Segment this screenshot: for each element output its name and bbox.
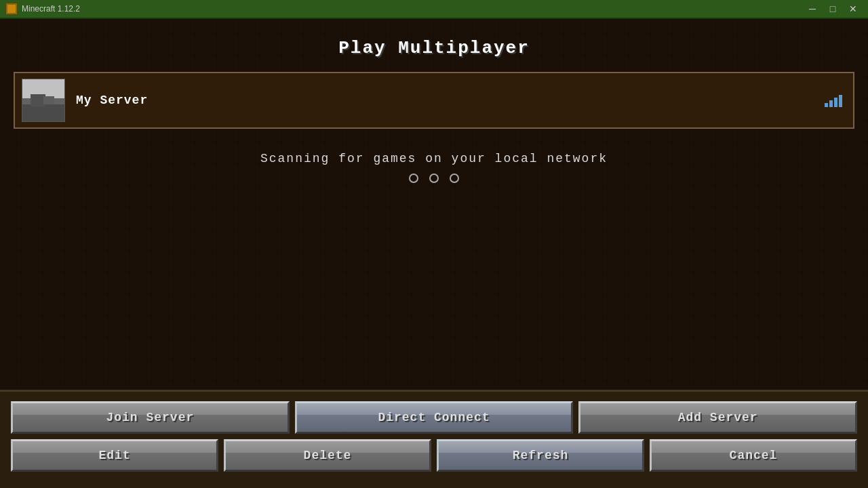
signal-icon <box>825 94 842 107</box>
scanning-text: Scanning for games on your local network <box>14 152 854 165</box>
dot-3 <box>450 174 459 183</box>
signal-bar-3 <box>834 98 837 107</box>
title-bar-left: Minecraft 1.12.2 <box>5 3 80 15</box>
title-bar-title: Minecraft 1.12.2 <box>22 4 80 14</box>
edit-button[interactable]: Edit <box>11 439 218 472</box>
server-entry[interactable]: My Server <box>14 72 854 129</box>
add-server-button[interactable]: Add Server <box>578 401 857 434</box>
maximize-button[interactable]: □ <box>823 2 842 16</box>
direct-connect-button[interactable]: Direct Connect <box>295 401 574 434</box>
server-list[interactable]: My Server Scanning for games on your loc… <box>0 72 868 390</box>
bottom-bar: Join Server Direct Connect Add Server Ed… <box>0 390 868 488</box>
signal-bar-4 <box>839 95 842 107</box>
minimize-button[interactable]: ─ <box>803 2 822 16</box>
refresh-button[interactable]: Refresh <box>437 439 644 472</box>
title-bar-controls: ─ □ ✕ <box>803 2 863 16</box>
main-content: Play Multiplayer My Server Scanning for … <box>0 19 868 488</box>
title-bar: Minecraft 1.12.2 ─ □ ✕ <box>0 0 868 19</box>
button-row-2: Edit Delete Refresh Cancel <box>11 439 857 472</box>
join-server-button[interactable]: Join Server <box>11 401 290 434</box>
dot-2 <box>429 174 439 183</box>
dot-1 <box>409 174 418 183</box>
cancel-button[interactable]: Cancel <box>650 439 857 472</box>
close-button[interactable]: ✕ <box>844 2 863 16</box>
app-icon <box>5 3 18 15</box>
delete-button[interactable]: Delete <box>224 439 431 472</box>
screen-title: Play Multiplayer <box>0 19 868 72</box>
signal-bar-1 <box>825 103 828 107</box>
scanning-area: Scanning for games on your local network <box>14 131 854 190</box>
server-thumbnail <box>22 79 65 122</box>
server-thumbnail-image <box>22 79 64 121</box>
server-name: My Server <box>76 94 148 107</box>
scanning-dots <box>14 174 854 183</box>
signal-bar-2 <box>829 100 833 107</box>
button-row-1: Join Server Direct Connect Add Server <box>11 401 857 434</box>
